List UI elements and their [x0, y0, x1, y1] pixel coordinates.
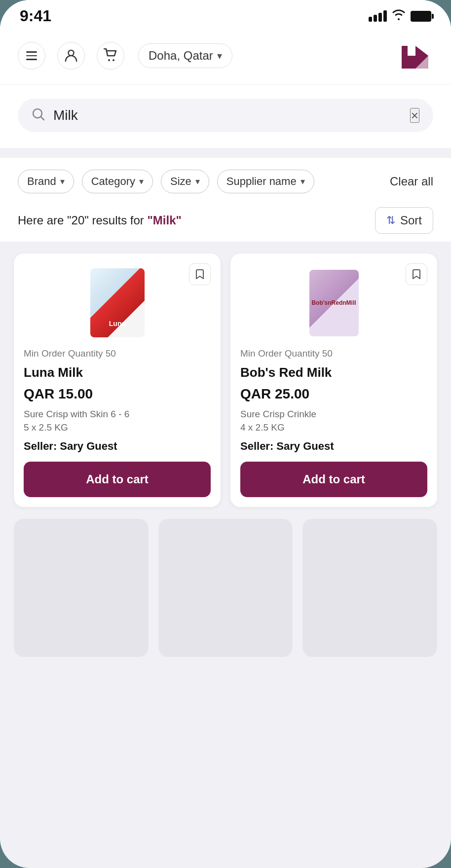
- product-price-bobs: QAR 25.00: [240, 386, 427, 402]
- add-to-cart-bobs[interactable]: Add to cart: [240, 462, 427, 497]
- cart-button[interactable]: [97, 42, 124, 70]
- filter-category-label: Category: [91, 175, 135, 188]
- results-text: Here are "20" results for "Milk": [18, 214, 182, 227]
- product-price-luna: QAR 15.00: [24, 386, 211, 402]
- status-time: 9:41: [20, 7, 51, 25]
- search-section: ×: [0, 85, 451, 148]
- location-selector[interactable]: Doha, Qatar ▾: [138, 43, 232, 68]
- wifi-icon: [392, 9, 406, 23]
- add-to-cart-luna[interactable]: Add to cart: [24, 462, 211, 497]
- search-icon: [32, 108, 45, 123]
- battery-icon: [411, 11, 431, 22]
- product-variant1-bobs: Sure Crisp Crinkle: [240, 409, 316, 419]
- skeleton-row: [0, 519, 451, 669]
- product-name-luna: Luna Milk: [24, 365, 211, 380]
- bookmark-button-luna[interactable]: [189, 263, 211, 285]
- sort-label: Sort: [400, 214, 422, 227]
- person-icon: [65, 49, 77, 63]
- hamburger-icon: [26, 51, 37, 60]
- clear-all-button[interactable]: Clear all: [390, 175, 433, 188]
- filter-supplier-label: Supplier name: [226, 175, 297, 188]
- product-image-bobs: [309, 270, 359, 336]
- product-variant1-luna: Sure Crisp with Skin 6 - 6: [24, 409, 129, 419]
- min-order-bobs: Min Order Quantity 50: [240, 348, 427, 359]
- cart-icon: [104, 48, 117, 64]
- product-variant-luna: Sure Crisp with Skin 6 - 6 5 x 2.5 KG: [24, 408, 211, 434]
- signal-icon: [369, 10, 387, 22]
- skeleton-card-1: [14, 519, 149, 657]
- status-icons: [369, 9, 431, 23]
- svg-point-1: [108, 59, 110, 61]
- skeleton-card-2: [158, 519, 293, 657]
- product-variant2-luna: 5 x 2.5 KG: [24, 422, 68, 433]
- product-card-bobs: Min Order Quantity 50 Bob's Red Milk QAR…: [230, 253, 437, 507]
- skeleton-card-3: [302, 519, 437, 657]
- sort-button[interactable]: ⇅ Sort: [375, 207, 433, 234]
- search-bar: ×: [18, 99, 433, 132]
- filter-section: Brand ▾ Category ▾ Size ▾ Supplier name …: [0, 158, 451, 193]
- product-name-bobs: Bob's Red Milk: [240, 365, 427, 380]
- chevron-down-icon: ▾: [60, 176, 65, 187]
- bookmark-button-bobs[interactable]: [406, 263, 427, 285]
- filter-supplier[interactable]: Supplier name ▾: [217, 170, 314, 193]
- filter-size[interactable]: Size ▾: [161, 170, 209, 193]
- filter-brand-label: Brand: [27, 175, 56, 188]
- chevron-down-icon: ▾: [301, 176, 305, 187]
- product-image-luna: [90, 268, 145, 337]
- product-variant2-bobs: 4 x 2.5 KG: [240, 422, 285, 433]
- product-variant-bobs: Sure Crisp Crinkle 4 x 2.5 KG: [240, 408, 427, 434]
- results-row: Here are "20" results for "Milk" ⇅ Sort: [0, 193, 451, 242]
- results-query: "Milk": [147, 214, 181, 227]
- filter-brand[interactable]: Brand ▾: [18, 170, 74, 193]
- chevron-down-icon: ▾: [217, 50, 222, 62]
- product-grid: Min Order Quantity 50 Luna Milk QAR 15.0…: [0, 242, 451, 519]
- profile-button[interactable]: [57, 42, 85, 70]
- status-bar: 9:41: [0, 0, 451, 29]
- results-prefix: Here are "20" results for: [18, 214, 147, 227]
- min-order-luna: Min Order Quantity 50: [24, 348, 211, 359]
- header-nav: Doha, Qatar ▾: [0, 29, 451, 85]
- location-text: Doha, Qatar: [149, 49, 213, 63]
- sort-icon: ⇅: [386, 214, 395, 227]
- product-card-luna: Min Order Quantity 50 Luna Milk QAR 15.0…: [14, 253, 221, 507]
- filter-category[interactable]: Category ▾: [82, 170, 153, 193]
- filter-row: Brand ▾ Category ▾ Size ▾ Supplier name …: [18, 170, 433, 193]
- chevron-down-icon: ▾: [195, 176, 200, 187]
- brand-logo: [398, 38, 433, 73]
- svg-marker-5: [415, 56, 428, 69]
- clear-search-button[interactable]: ×: [410, 108, 419, 123]
- svg-point-0: [68, 50, 74, 55]
- chevron-down-icon: ▾: [139, 176, 144, 187]
- product-seller-luna: Seller: Sary Guest: [24, 440, 211, 453]
- search-input[interactable]: [53, 108, 402, 123]
- card-top-bobs: [240, 263, 427, 342]
- menu-button[interactable]: [18, 42, 45, 70]
- card-top-luna: [24, 263, 211, 342]
- product-seller-bobs: Seller: Sary Guest: [240, 440, 427, 453]
- svg-point-2: [113, 59, 114, 61]
- filter-size-label: Size: [170, 175, 191, 188]
